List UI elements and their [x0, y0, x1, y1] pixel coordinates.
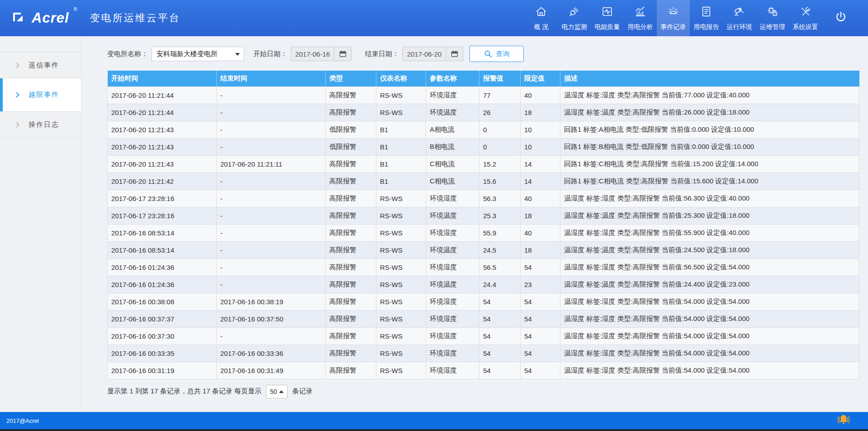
nav-item-usage-report[interactable]: 用电报告	[690, 0, 723, 36]
table-row: 2017-06-16 08:53:14-高限报警RS-WS环境温度24.518温…	[108, 241, 859, 259]
table-cell: RS-WS	[376, 293, 426, 310]
table-cell: 0	[479, 121, 521, 138]
nav-item-operating-environment[interactable]: 运行环境	[723, 0, 756, 36]
table-cell: RS-WS	[376, 345, 426, 362]
table-cell: 温湿度 标签:湿度 类型:高限报警 当前值:54.000 设定值:54.000	[560, 310, 859, 327]
table-cell: 高限报警	[326, 241, 376, 259]
nav-item-power-quality[interactable]: 电能质量	[591, 0, 624, 36]
table-cell: 2017-06-17 23:28:16	[108, 207, 217, 224]
table-row: 2017-06-20 11:21:44-高限报警RS-WS环境温度2618温湿度…	[108, 104, 859, 121]
table-cell: 高限报警	[326, 224, 376, 241]
main-content: 变电所名称： 安科瑞新大楼变电所 开始日期： 2017-06-16 结束日期： …	[81, 36, 868, 412]
table-cell: 2017-06-20 11:21:43	[108, 121, 217, 138]
search-button[interactable]: 查询	[470, 46, 524, 62]
nav-item-system-settings[interactable]: 系统设置	[789, 0, 822, 36]
table-cell: 2017-06-16 08:53:14	[108, 224, 217, 241]
start-date-value: 2017-06-16	[291, 47, 334, 61]
table-cell: -	[217, 276, 326, 293]
top-header: Acrel ® 变电所运维云平台 概 况电力监测电能质量用电分析事件记录用电报告…	[0, 0, 868, 36]
table-cell: 环境温度	[426, 276, 479, 293]
table-row: 2017-06-20 11:21:44-高限报警RS-WS环境湿度7740温湿度…	[108, 86, 859, 104]
table-cell: 14	[521, 172, 560, 190]
start-date-input[interactable]: 2017-06-16	[291, 47, 351, 61]
table-cell: 温湿度 标签:湿度 类型:高限报警 当前值:54.000 设定值:54.000	[560, 362, 859, 379]
table-cell: 回路1 标签:C相电流 类型:高限报警 当前值:15.200 设定值:14.00…	[560, 155, 859, 172]
nav-item-label: 用电报告	[694, 23, 719, 31]
column-header: 描述	[560, 71, 859, 86]
column-header: 结束时间	[217, 71, 326, 86]
table-row: 2017-06-20 11:21:432017-06-20 11:21:11高限…	[108, 155, 859, 172]
end-date-value: 2017-06-20	[403, 47, 446, 61]
sidebar-item-limit-events[interactable]: 越限事件	[0, 78, 81, 112]
nav-item-usage-analysis[interactable]: 用电分析	[624, 0, 657, 36]
nav-item-om-management[interactable]: 运维管理	[756, 0, 789, 36]
table-cell: -	[217, 86, 326, 104]
column-header: 开始时间	[108, 71, 217, 86]
filter-bar: 变电所名称： 安科瑞新大楼变电所 开始日期： 2017-06-16 结束日期： …	[107, 46, 868, 62]
table-cell: 高限报警	[326, 86, 376, 104]
power-button[interactable]	[822, 0, 860, 36]
nav-item-label: 事件记录	[661, 23, 686, 31]
table-cell: 2017-06-16 00:37:30	[108, 327, 217, 345]
end-date-calendar-button[interactable]	[446, 47, 463, 61]
station-label: 变电所名称：	[107, 50, 148, 58]
table-row: 2017-06-16 00:31:192017-06-16 00:31:49高限…	[108, 362, 859, 379]
table-cell: 高限报警	[326, 310, 376, 327]
table-row: 2017-06-17 23:28:16-高限报警RS-WS环境湿度56.340温…	[108, 190, 859, 207]
sidebar-item-remote-signal-events[interactable]: 遥信事件	[0, 53, 81, 78]
table-cell: 环境温度	[426, 241, 479, 259]
chevron-right-icon	[14, 122, 19, 128]
notification-bell-icon[interactable]	[836, 414, 851, 428]
sidebar-item-operation-log[interactable]: 操作日志	[0, 112, 81, 138]
gear-lock-icon	[766, 5, 778, 19]
calendar-icon	[339, 50, 346, 57]
table-cell: 40	[521, 190, 560, 207]
page-size-select[interactable]: 50	[266, 385, 288, 398]
table-row: 2017-06-20 11:21:43-低限报警B1B相电流010回路1 标签:…	[108, 138, 859, 155]
table-cell: 14	[521, 155, 560, 172]
table-cell: 高限报警	[326, 207, 376, 224]
sidebar-item-label: 越限事件	[28, 91, 59, 99]
table-row: 2017-06-16 01:24:36-高限报警RS-WS环境湿度56.554温…	[108, 259, 859, 276]
bar-chart-icon	[634, 5, 646, 19]
table-cell: -	[217, 172, 326, 190]
station-select[interactable]: 安科瑞新大楼变电所	[152, 47, 244, 61]
table-cell: 环境温度	[426, 207, 479, 224]
acrel-logo-icon	[12, 10, 27, 26]
nav-item-event-records[interactable]: 事件记录	[657, 0, 690, 36]
table-cell: 54	[521, 293, 560, 310]
start-date-label: 开始日期：	[253, 50, 287, 58]
table-cell: 温湿度 标签:温度 类型:高限报警 当前值:26.000 设定值:18.000	[560, 104, 859, 121]
bottom-footer: 2017@Acrel	[0, 412, 868, 429]
table-cell: 40	[521, 224, 560, 241]
table-row: 2017-06-16 08:53:14-高限报警RS-WS环境湿度55.940温…	[108, 224, 859, 241]
table-cell: 环境湿度	[426, 293, 479, 310]
nav-item-power-monitoring[interactable]: 电力监测	[558, 0, 591, 36]
table-cell: RS-WS	[376, 310, 426, 327]
table-row: 2017-06-16 00:37:372017-06-16 00:37:50高限…	[108, 310, 859, 327]
alarm-icon	[667, 5, 679, 19]
table-cell: 回路1 标签:A相电流 类型:低限报警 当前值:0.000 设定值:10.000	[560, 121, 859, 138]
nav-item-overview[interactable]: 概 况	[525, 0, 558, 36]
table-cell: 环境湿度	[426, 345, 479, 362]
nav-item-label: 电力监测	[562, 23, 587, 31]
table-cell: 温湿度 标签:湿度 类型:高限报警 当前值:54.000 设定值:54.000	[560, 293, 859, 310]
app-title: 变电所运维云平台	[90, 11, 180, 25]
table-cell: -	[217, 259, 326, 276]
end-date-input[interactable]: 2017-06-20	[403, 47, 463, 61]
table-row: 2017-06-20 11:21:43-低限报警B1A相电流010回路1 标签:…	[108, 121, 859, 138]
table-cell: 温湿度 标签:温度 类型:高限报警 当前值:24.400 设定值:23.000	[560, 276, 859, 293]
table-cell: 2017-06-16 00:37:37	[108, 310, 217, 327]
table-cell: 2017-06-16 08:53:14	[108, 241, 217, 259]
table-cell: 24.4	[479, 276, 521, 293]
table-cell: B1	[376, 138, 426, 155]
screen-bottom-edge	[0, 429, 868, 431]
table-cell: RS-WS	[376, 276, 426, 293]
start-date-calendar-button[interactable]	[334, 47, 351, 61]
table-cell: 54	[521, 310, 560, 327]
table-body: 2017-06-20 11:21:44-高限报警RS-WS环境湿度7740温湿度…	[108, 86, 859, 379]
pagination-summary: 显示第 1 到第 17 条记录，总共 17 条记录 每页显示	[107, 387, 261, 396]
table-cell: 温湿度 标签:湿度 类型:高限报警 当前值:54.000 设定值:54.000	[560, 345, 859, 362]
copyright-text: 2017@Acrel	[6, 417, 39, 424]
table-cell: 低限报警	[326, 138, 376, 155]
